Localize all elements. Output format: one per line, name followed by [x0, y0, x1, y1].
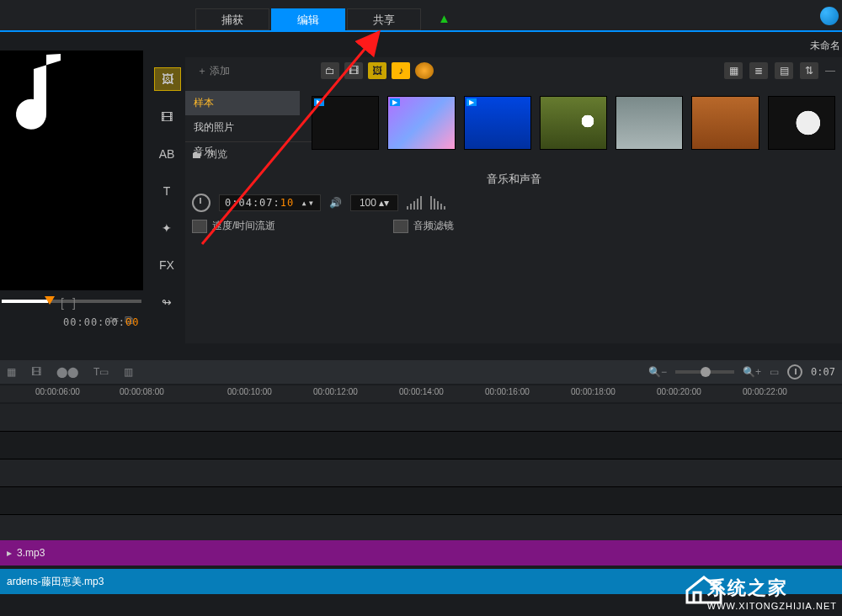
ruler-tick: 00:00:16:00 — [485, 387, 530, 396]
clip-label: 3.mp3 — [17, 547, 45, 559]
thumbnail-item[interactable] — [616, 96, 683, 150]
transitions-button[interactable]: 🎞 — [154, 106, 179, 128]
side-toolbar: 🖼 🎞 AB T ✦ FX ↬ — [154, 67, 181, 328]
project-duration-icon — [787, 364, 802, 380]
preview-transport: [ ] ✂ ⧉ 00:00:00:00 — [0, 295, 143, 332]
project-timecode: 0:07 — [811, 366, 835, 378]
thumbnail-item[interactable] — [691, 96, 759, 150]
photo-filter-icon[interactable]: 🖼 — [368, 62, 386, 79]
thumbnail-item[interactable]: ▶ — [464, 96, 531, 150]
upload-icon[interactable]: ▲ — [438, 11, 450, 25]
volume-field[interactable]: 100 ▴▾ — [350, 194, 398, 211]
options-section-title: 音乐和声音 — [185, 172, 842, 187]
ruler-tick: 00:00:12:00 — [313, 387, 358, 396]
fade-out-icon[interactable] — [430, 196, 445, 210]
add-media-button[interactable]: ＋ 添加 — [192, 62, 235, 80]
timeline-toolbar: ▦ 🎞 ⬤⬤ T▭ ▥ 🔍− 🔍+ ▭ 0:07 — [0, 360, 842, 384]
timeline-ruler[interactable]: 00:00:06:00 00:00:08:00 00:00:10:00 00:0… — [0, 385, 842, 402]
sort-icon[interactable]: ⇅ — [800, 62, 818, 79]
clip-controls: 0:04:07:10 ▴▾ 🔊 100 ▴▾ — [185, 190, 842, 215]
speed-icon — [192, 220, 207, 233]
music-track-empty[interactable] — [0, 515, 842, 543]
audio-placeholder-icon — [0, 50, 67, 151]
thumbnail-item[interactable] — [540, 96, 607, 150]
tab-share[interactable]: 共享 — [347, 8, 421, 30]
view-thumbnails-icon[interactable]: ▦ — [724, 62, 743, 79]
audio-clip-1[interactable]: ▸ 3.mp3 — [0, 540, 842, 566]
zoom-slider[interactable] — [675, 370, 734, 374]
fx-button[interactable]: FX — [154, 254, 179, 276]
globe-icon[interactable] — [820, 7, 839, 25]
timeline-subtitle-icon[interactable]: T▭ — [93, 366, 109, 378]
graphics-button[interactable]: ✦ — [154, 217, 179, 239]
fit-project-icon[interactable]: ▭ — [770, 366, 779, 378]
motion-path-button[interactable]: ↬ — [154, 291, 179, 313]
zoom-out-icon[interactable]: 🔍− — [648, 366, 667, 378]
zoom-in-icon[interactable]: 🔍+ — [743, 366, 761, 378]
video-track[interactable] — [0, 404, 842, 432]
tab-edit[interactable]: 编辑 — [271, 8, 345, 30]
mark-out-icon[interactable]: ] — [72, 296, 76, 310]
text-button[interactable]: T — [154, 180, 179, 202]
duration-icon — [192, 194, 210, 212]
title-button[interactable]: AB — [154, 143, 179, 165]
audiofilter-icon — [393, 220, 408, 233]
timeline-layout-icon[interactable]: ▥ — [124, 366, 133, 378]
view-grid-icon[interactable]: ▤ — [775, 62, 793, 79]
library-thumbnails: ▶ ▶ ▶ — [312, 96, 835, 165]
preview-timecode: 00:00:00:00 — [63, 316, 139, 328]
ruler-tick: 00:00:14:00 — [399, 387, 444, 396]
collapse-icon[interactable]: — — [825, 65, 835, 77]
ruler-tick: 00:00:08:00 — [120, 387, 164, 396]
thumbnail-item[interactable] — [768, 96, 835, 150]
browse-icon: 🖿 — [192, 149, 202, 161]
sidebar-item-sample[interactable]: 样本 — [185, 91, 300, 115]
tab-capture[interactable]: 捕获 — [195, 8, 269, 30]
speed-time-button[interactable]: 速度/时间流逝 — [192, 219, 275, 233]
thumbnail-item[interactable]: ▶ — [387, 96, 455, 150]
timeline-batch-icon[interactable]: ⬤⬤ — [56, 366, 78, 378]
title-track[interactable] — [0, 459, 842, 487]
sidebar-item-myphotos[interactable]: 我的照片 — [185, 115, 300, 140]
video-filter-icon[interactable]: 🎞 — [344, 62, 363, 79]
ruler-tick: 00:00:22:00 — [743, 387, 787, 396]
folder-icon[interactable]: 🗀 — [321, 62, 339, 79]
library-panel: ＋ 添加 🗀 🎞 🖼 ♪ ▦ ≣ ▤ ⇅ — 样本 我的照片 音乐 🖿 浏览 ▶… — [185, 57, 842, 343]
duration-field[interactable]: 0:04:07:10 ▴▾ — [219, 194, 321, 211]
clip-play-icon: ▸ — [7, 547, 12, 559]
audio-filter-icon[interactable]: ♪ — [392, 62, 410, 79]
ruler-tick: 00:00:18:00 — [571, 387, 616, 396]
mark-in-icon[interactable]: [ — [61, 296, 64, 310]
view-list-icon[interactable]: ≣ — [749, 62, 768, 79]
thumbnail-item[interactable]: ▶ — [312, 96, 379, 150]
clip-label: ardens-藤田恵美.mp3 — [7, 575, 104, 589]
watermark-text: 系统之家 WWW.XITONGZHIJIA.NET — [707, 576, 837, 611]
timeline-tracks — [0, 404, 842, 543]
main-tabs: 捕获 编辑 共享 ▲ — [0, 0, 842, 32]
media-library-button[interactable]: 🖼 — [154, 67, 181, 91]
ruler-tick: 00:00:20:00 — [657, 387, 701, 396]
ruler-tick: 00:00:06:00 — [35, 387, 80, 396]
timeline-multitrim-icon[interactable]: 🎞 — [31, 366, 41, 378]
voice-track[interactable] — [0, 487, 842, 515]
ruler-tick: 00:00:10:00 — [227, 387, 272, 396]
browse-button[interactable]: 🖿 浏览 — [185, 141, 313, 167]
document-title: 未命名 — [810, 39, 840, 53]
instant-project-icon[interactable] — [415, 62, 434, 79]
volume-icon[interactable]: 🔊 — [329, 197, 342, 209]
audio-filter-button[interactable]: 音频滤镜 — [393, 219, 454, 233]
timeline-storyboard-icon[interactable]: ▦ — [7, 366, 16, 378]
overlay-track[interactable] — [0, 432, 842, 459]
preview-playhead-icon[interactable] — [45, 296, 55, 305]
fade-in-icon[interactable] — [407, 196, 422, 210]
